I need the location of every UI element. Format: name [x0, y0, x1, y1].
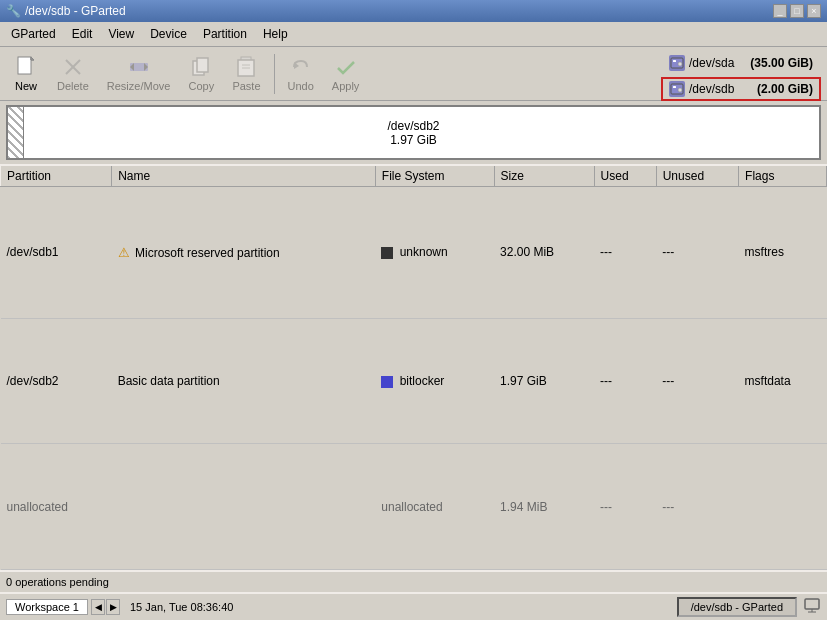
warning-icon: ⚠ [118, 245, 130, 260]
taskbar-datetime: 15 Jan, Tue 08:36:40 [130, 601, 233, 613]
copy-button[interactable]: Copy [181, 51, 221, 96]
menu-bar: GParted Edit View Device Partition Help [0, 22, 827, 47]
arrow-right[interactable]: ▶ [106, 599, 120, 615]
status-bar: 0 operations pending [0, 570, 827, 592]
row3-unused: --- [656, 444, 738, 570]
menu-view[interactable]: View [101, 24, 141, 44]
svg-point-18 [678, 62, 682, 66]
row1-used: --- [594, 187, 656, 319]
resize-button[interactable]: Resize/Move [100, 51, 178, 96]
undo-icon [289, 55, 313, 79]
table-row[interactable]: /dev/sdb2 Basic data partition bitlocker… [1, 318, 827, 444]
col-header-name: Name [112, 165, 376, 187]
row3-name [112, 444, 376, 570]
new-label: New [15, 80, 37, 92]
row1-unused: --- [656, 187, 738, 319]
device-sdb[interactable]: /dev/sdb (2.00 GiB) [661, 77, 821, 101]
close-button[interactable]: × [807, 4, 821, 18]
device-sda-name: /dev/sda [689, 56, 746, 70]
menu-gparted[interactable]: GParted [4, 24, 63, 44]
partition-rows: /dev/sdb1 ⚠ Microsoft reserved partition… [1, 187, 827, 570]
row1-flags: msftres [739, 187, 827, 319]
device-selector: /dev/sda (35.00 GiB) /dev/sdb (2.00 GiB) [661, 51, 821, 101]
row3-fs: unallocated [375, 444, 494, 570]
title-bar-left: 🔧 /dev/sdb - GParted [6, 4, 126, 18]
fs-icon-blue [381, 376, 393, 388]
svg-rect-22 [805, 599, 819, 609]
paste-label: Paste [232, 80, 260, 92]
row2-fs: bitlocker [375, 318, 494, 444]
new-icon [14, 55, 38, 79]
resize-icon [127, 55, 151, 79]
row3-flags [739, 444, 827, 570]
copy-label: Copy [189, 80, 215, 92]
minimize-button[interactable]: _ [773, 4, 787, 18]
menu-help[interactable]: Help [256, 24, 295, 44]
col-header-filesystem: File System [375, 165, 494, 187]
table-row[interactable]: unallocated unallocated 1.94 MiB --- --- [1, 444, 827, 570]
row2-flags: msftdata [739, 318, 827, 444]
window-title: /dev/sdb - GParted [25, 4, 126, 18]
device-sda[interactable]: /dev/sda (35.00 GiB) [661, 51, 821, 75]
row1-size: 32.00 MiB [494, 187, 594, 319]
delete-label: Delete [57, 80, 89, 92]
menu-partition[interactable]: Partition [196, 24, 254, 44]
svg-rect-17 [673, 60, 676, 62]
row2-partition: /dev/sdb2 [1, 318, 112, 444]
taskbar-monitor-icon [803, 597, 821, 618]
disk-unallocated-stripe [8, 107, 24, 158]
menu-device[interactable]: Device [143, 24, 194, 44]
partition-container: Partition Name File System Size Used Unu… [0, 164, 827, 570]
resize-label: Resize/Move [107, 80, 171, 92]
arrow-left[interactable]: ◀ [91, 599, 105, 615]
row3-partition: unallocated [1, 444, 112, 570]
taskbar: Workspace 1 ◀ ▶ 15 Jan, Tue 08:36:40 /de… [0, 592, 827, 620]
svg-rect-0 [18, 57, 31, 74]
row1-fs: unknown [375, 187, 494, 319]
row1-partition: /dev/sdb1 [1, 187, 112, 319]
device-sdb-name: /dev/sdb [689, 82, 753, 96]
taskbar-arrows: ◀ ▶ [91, 599, 120, 615]
apply-label: Apply [332, 80, 360, 92]
svg-rect-10 [197, 58, 208, 72]
col-header-size: Size [494, 165, 594, 187]
toolbar: New Delete Resize/Move Copy Paste Undo [0, 47, 827, 101]
device-sdb-size: (2.00 GiB) [757, 82, 813, 96]
apply-icon [334, 55, 358, 79]
device-sdb-icon [669, 81, 685, 97]
new-button[interactable]: New [6, 51, 46, 96]
disk-partition-label: /dev/sdb2 1.97 GiB [387, 119, 439, 147]
disk-partition-name: /dev/sdb2 [387, 119, 439, 133]
taskbar-workspace[interactable]: Workspace 1 [6, 599, 88, 615]
disk-partition-size: 1.97 GiB [387, 133, 439, 147]
row2-used: --- [594, 318, 656, 444]
partition-table: Partition Name File System Size Used Unu… [0, 164, 827, 570]
fs-icon-black [381, 247, 393, 259]
toolbar-separator [274, 54, 275, 94]
row2-unused: --- [656, 318, 738, 444]
taskbar-middle: 15 Jan, Tue 08:36:40 [126, 601, 671, 613]
row3-size: 1.94 MiB [494, 444, 594, 570]
device-sda-icon [669, 55, 685, 71]
col-header-unused: Unused [656, 165, 738, 187]
svg-rect-20 [673, 86, 676, 88]
app-icon: 🔧 [6, 4, 21, 18]
delete-icon [61, 55, 85, 79]
apply-button[interactable]: Apply [325, 51, 367, 96]
delete-button[interactable]: Delete [50, 51, 96, 96]
paste-button[interactable]: Paste [225, 51, 267, 96]
gparted-taskbar-item[interactable]: /dev/sdb - GParted [677, 597, 797, 617]
maximize-button[interactable]: □ [790, 4, 804, 18]
undo-button[interactable]: Undo [281, 51, 321, 96]
row1-name: ⚠ Microsoft reserved partition [112, 187, 376, 319]
col-header-flags: Flags [739, 165, 827, 187]
copy-icon [189, 55, 213, 79]
col-header-used: Used [594, 165, 656, 187]
status-text: 0 operations pending [6, 576, 109, 588]
row3-used: --- [594, 444, 656, 570]
menu-edit[interactable]: Edit [65, 24, 100, 44]
row2-name: Basic data partition [112, 318, 376, 444]
table-row[interactable]: /dev/sdb1 ⚠ Microsoft reserved partition… [1, 187, 827, 319]
device-sda-size: (35.00 GiB) [750, 56, 813, 70]
title-bar: 🔧 /dev/sdb - GParted _ □ × [0, 0, 827, 22]
